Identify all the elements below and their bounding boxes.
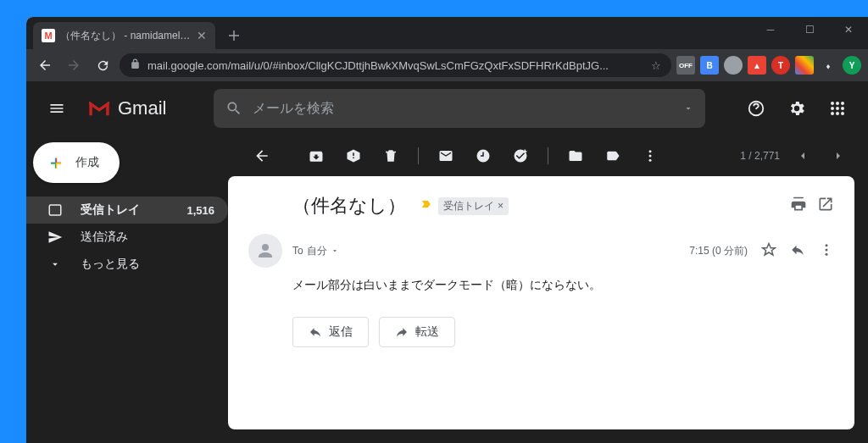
move-button[interactable] [559, 139, 593, 173]
reply-arrow-icon [309, 325, 322, 339]
gmail-product-name: Gmail [118, 97, 166, 119]
add-task-button[interactable] [504, 139, 537, 173]
pager-text: 1 / 2,771 [740, 150, 780, 162]
next-message-button[interactable] [826, 139, 851, 173]
to-line[interactable]: To 自分 [292, 244, 339, 258]
gmail-header: Gmail メールを検索 [26, 81, 868, 136]
svg-point-4 [841, 102, 844, 105]
svg-point-15 [262, 244, 269, 251]
svg-point-10 [841, 112, 844, 115]
svg-point-12 [649, 150, 652, 152]
forward-arrow-icon [395, 325, 409, 339]
forward-button[interactable] [62, 53, 86, 77]
apps-button[interactable] [821, 91, 854, 125]
mark-unread-button[interactable] [429, 139, 463, 173]
delete-button[interactable] [374, 139, 408, 173]
support-button[interactable] [739, 91, 773, 125]
snooze-button[interactable] [466, 139, 500, 173]
ext-circle-icon[interactable] [724, 56, 743, 75]
svg-point-18 [826, 252, 828, 255]
svg-point-2 [831, 102, 834, 105]
sent-icon [47, 230, 64, 245]
sidebar: ＋ 作成 受信トレイ 1,516 送信済み [26, 136, 228, 443]
ext-g-icon[interactable] [795, 56, 814, 75]
prev-message-button[interactable] [790, 139, 815, 173]
maximize-button[interactable]: ☐ [790, 17, 829, 42]
plus-icon: ＋ [47, 150, 65, 175]
lock-icon [130, 58, 141, 72]
svg-point-14 [649, 159, 652, 162]
sidebar-item-label: もっと見る [81, 257, 140, 272]
reply-button[interactable]: 返信 [292, 317, 369, 347]
ext-blue-icon[interactable]: B [700, 56, 719, 75]
inbox-count: 1,516 [186, 204, 214, 217]
chevron-down-icon [47, 258, 64, 270]
labels-button[interactable] [596, 139, 630, 173]
new-tab-button[interactable] [222, 24, 246, 47]
ext-t-icon[interactable]: T [771, 56, 790, 75]
close-button[interactable]: ✕ [829, 17, 868, 42]
svg-point-3 [836, 102, 839, 105]
bookmark-star-icon[interactable]: ☆ [651, 59, 661, 72]
search-dropdown-icon[interactable] [683, 103, 693, 114]
reload-button[interactable] [91, 53, 114, 77]
spam-button[interactable] [337, 139, 370, 173]
ext-red-icon[interactable]: ▲ [748, 56, 766, 75]
more-button[interactable] [633, 139, 667, 173]
svg-point-6 [836, 107, 839, 110]
window-controls: ─ ☐ ✕ [751, 17, 868, 42]
url-input[interactable]: mail.google.com/mail/u/0/#inbox/CllgKCJD… [120, 53, 671, 77]
gmail-logo[interactable]: Gmail [87, 97, 166, 119]
sidebar-item-inbox[interactable]: 受信トレイ 1,516 [26, 197, 228, 224]
settings-button[interactable] [780, 91, 814, 125]
sidebar-item-label: 受信トレイ [81, 202, 140, 218]
search-placeholder: メールを検索 [253, 100, 673, 118]
message-pane: （件名なし） 受信トレイ × [228, 176, 854, 429]
svg-point-8 [831, 112, 834, 115]
inbox-label-chip[interactable]: 受信トレイ × [438, 197, 509, 215]
message-time: 7:15 (0 分前) [689, 244, 748, 258]
ext-puzzle-icon[interactable]: ⬧ [819, 56, 837, 75]
main-menu-button[interactable] [40, 91, 74, 125]
back-to-inbox-button[interactable] [245, 139, 279, 173]
browser-tab[interactable]: M （件名なし） - namidamelife@g ✕ [33, 22, 215, 49]
browser-address-bar: mail.google.com/mail/u/0/#inbox/CllgKCJD… [26, 49, 868, 81]
tab-close-icon[interactable]: ✕ [197, 29, 207, 42]
minimize-button[interactable]: ─ [751, 17, 790, 42]
label-important-icon[interactable] [420, 198, 433, 213]
star-button[interactable] [761, 242, 776, 260]
print-button[interactable] [790, 196, 807, 216]
message-more-button[interactable] [819, 242, 834, 260]
archive-button[interactable] [299, 139, 333, 173]
svg-point-17 [826, 248, 828, 251]
gmail-favicon: M [42, 29, 55, 42]
url-text: mail.google.com/mail/u/0/#inbox/CllgKCJD… [147, 59, 644, 72]
avatar-icon[interactable]: Y [843, 56, 861, 75]
message-body: メール部分は白いままでダークモード（暗）にならない。 [248, 278, 834, 293]
message-toolbar: 1 / 2,771 [228, 136, 868, 176]
svg-rect-11 [49, 205, 61, 215]
search-icon [225, 100, 242, 117]
remove-label-icon[interactable]: × [498, 200, 504, 212]
svg-point-5 [831, 107, 834, 110]
svg-point-16 [826, 244, 828, 246]
compose-button[interactable]: ＋ 作成 [33, 142, 120, 183]
reply-icon-button[interactable] [790, 242, 805, 260]
search-input[interactable]: メールを検索 [214, 89, 705, 128]
forward-button[interactable]: 転送 [379, 317, 455, 347]
svg-point-7 [841, 107, 844, 110]
inbox-icon [47, 202, 64, 218]
expand-details-icon[interactable] [331, 246, 339, 255]
ext-off-icon[interactable]: OFF [676, 56, 695, 75]
sidebar-item-label: 送信済み [81, 230, 128, 245]
svg-point-9 [836, 112, 839, 115]
browser-titlebar: M （件名なし） - namidamelife@g ✕ ─ ☐ ✕ [26, 17, 868, 49]
sidebar-item-sent[interactable]: 送信済み [26, 224, 228, 251]
svg-point-13 [649, 155, 652, 158]
back-button[interactable] [33, 53, 57, 77]
sender-avatar[interactable] [248, 234, 282, 268]
tab-title: （件名なし） - namidamelife@g [60, 29, 192, 43]
popup-button[interactable] [817, 196, 834, 216]
compose-label: 作成 [75, 155, 99, 170]
sidebar-item-more[interactable]: もっと見る [26, 251, 228, 278]
